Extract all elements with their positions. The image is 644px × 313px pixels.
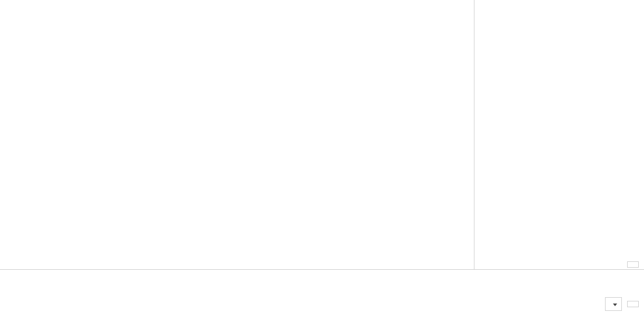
details-tree[interactable] (482, 14, 639, 257)
install-mode-dropdown[interactable] (605, 297, 622, 311)
space-required (635, 286, 639, 293)
install-button[interactable] (627, 301, 639, 307)
workloads-scroll[interactable] (0, 3, 474, 269)
remove-out-of-support-button[interactable] (627, 261, 639, 268)
chevron-down-icon (613, 300, 617, 308)
bottom-bar (0, 269, 644, 313)
